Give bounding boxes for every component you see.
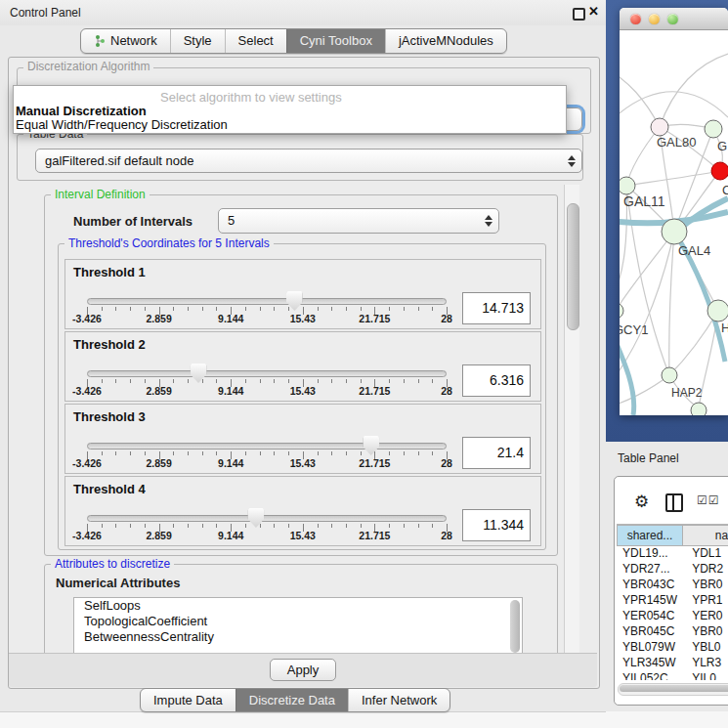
scale-label: 28 <box>441 457 452 469</box>
table-cell: YDR27... <box>617 561 686 577</box>
tick-mark <box>288 524 289 528</box>
column-header[interactable]: na <box>683 525 728 546</box>
tick-mark <box>130 379 131 383</box>
algorithm-option[interactable]: Manual Discretization <box>16 104 147 118</box>
attribute-item[interactable]: BetweennessCentrality <box>74 629 522 645</box>
algorithm-option[interactable]: Equal Width/Frequency Discretization <box>16 117 228 132</box>
table-row[interactable]: YIL052CYIL0 <box>617 670 728 680</box>
table-row[interactable]: YBL079WYBL0 <box>617 639 728 655</box>
table-row[interactable]: YBR045CYBR0 <box>617 623 728 639</box>
zoom-traffic-light[interactable] <box>667 14 678 24</box>
threshold-slider[interactable]: -3.4262.8599.14415.4321.71528 <box>87 365 447 399</box>
top-right-node[interactable] <box>705 120 722 138</box>
slider-thumb[interactable] <box>191 364 207 383</box>
tab-impute-data[interactable]: Impute Data <box>141 689 236 711</box>
tab-cyni-toolbox[interactable]: Cyni Toolbox <box>286 29 385 53</box>
slider-track[interactable] <box>87 370 447 377</box>
tick-mark <box>145 379 146 383</box>
table-cell: YDR2 <box>686 561 728 577</box>
threshold-value-field[interactable]: 21.4 <box>462 437 531 469</box>
minimize-traffic-light[interactable] <box>649 14 660 24</box>
slider-thumb[interactable] <box>247 508 264 528</box>
tab-select[interactable]: Select <box>225 29 286 53</box>
tab-jactivemnodules[interactable]: jActiveMNodules <box>385 29 506 53</box>
tick-mark <box>216 524 217 528</box>
tab-infer-network[interactable]: Infer Network <box>348 689 450 711</box>
combo-spinner-icon <box>484 214 493 228</box>
tick-mark <box>346 451 347 455</box>
attribute-item[interactable]: SelfLoops <box>74 598 522 614</box>
tick-mark <box>260 307 261 311</box>
table-row[interactable]: YBR043CYBR0 <box>617 577 728 592</box>
scrollbar-thumb[interactable] <box>567 203 579 330</box>
tick-mark <box>173 524 174 528</box>
scale-label: 15.43 <box>290 530 316 541</box>
threshold-value-field[interactable]: 6.316 <box>462 364 531 397</box>
table-data-combobox[interactable]: galFiltered.sif default node <box>35 149 582 173</box>
columns-icon[interactable] <box>665 493 683 512</box>
slider-track[interactable] <box>87 515 447 522</box>
numerical-attributes-list[interactable]: SelfLoopsTopologicalCoefficientBetweenne… <box>73 597 523 654</box>
table-hscrollbar[interactable] <box>618 683 728 696</box>
apply-button[interactable]: Apply <box>270 659 336 681</box>
checkboxes-icon[interactable]: ☑☑ <box>697 493 720 507</box>
scale-label: 2.859 <box>146 385 171 397</box>
apply-strip: Apply <box>9 653 597 687</box>
threshold-label: Threshold 3 <box>73 409 146 424</box>
scale-label: 15.43 <box>290 385 316 397</box>
settings-scrollbar[interactable] <box>564 185 579 654</box>
table-row[interactable]: YPR145WYPR1 <box>617 592 728 608</box>
list-scrollbar-thumb[interactable] <box>510 600 520 653</box>
tick-mark <box>346 524 347 528</box>
slider-track[interactable] <box>87 298 447 305</box>
threshold-value-field[interactable]: 11.344 <box>462 509 531 541</box>
tick-mark <box>202 307 203 311</box>
tick-mark <box>145 524 146 528</box>
gear-icon[interactable]: ⚙ <box>634 492 649 512</box>
scale-label: 28 <box>441 385 452 397</box>
tick-mark <box>404 451 405 455</box>
gcy1-node[interactable] <box>620 303 623 319</box>
threshold-slider[interactable]: -3.4262.8599.14415.4321.71528 <box>87 293 447 326</box>
right-mid-node[interactable] <box>707 300 728 321</box>
tab-style[interactable]: Style <box>170 29 225 53</box>
gal80-node[interactable] <box>651 118 668 136</box>
float-window-icon[interactable] <box>573 8 585 21</box>
table-data-group: Table Data galFiltered.sif default node <box>17 134 583 181</box>
tab-discretize-data[interactable]: Discretize Data <box>236 689 348 711</box>
network-canvas[interactable]: GAL80GCGAL11GAL4GCY1HHAP2 <box>620 29 728 415</box>
numerical-attributes-label: Numerical Attributes <box>56 576 180 590</box>
threshold-slider[interactable]: -3.4262.8599.14415.4321.71528 <box>87 510 447 543</box>
close-icon[interactable]: ✕ <box>588 4 599 19</box>
table-row[interactable]: YDR27...YDR2 <box>617 561 728 577</box>
table-row[interactable]: YLR345WYLR3 <box>617 655 728 670</box>
hap2-node[interactable] <box>662 367 677 383</box>
table-cell: YBL0 <box>686 639 728 655</box>
gal4-node[interactable] <box>662 219 687 244</box>
scale-label: -3.426 <box>72 313 102 324</box>
table-row[interactable]: YDL19...YDL1 <box>617 545 728 561</box>
tick-mark <box>389 379 390 383</box>
red-node[interactable] <box>711 162 728 180</box>
threshold-value-field[interactable]: 14.713 <box>462 292 531 324</box>
gal11-node[interactable] <box>620 177 635 194</box>
bottom-node[interactable] <box>691 403 707 415</box>
slider-thumb[interactable] <box>363 436 379 455</box>
table-cell: YBR043C <box>617 577 686 592</box>
threshold-slider[interactable]: -3.4262.8599.14415.4321.71528 <box>87 438 447 471</box>
table-row[interactable]: YER054CYER0 <box>617 608 728 623</box>
tick-mark <box>216 451 217 455</box>
tab-network[interactable]: Network <box>81 29 170 53</box>
tick-mark <box>173 379 174 383</box>
close-traffic-light[interactable] <box>630 14 641 24</box>
attribute-item[interactable]: TopologicalCoefficient <box>74 614 522 629</box>
cyni-toolbox-panel: Discretization Algorithm Table Data galF… <box>8 57 600 689</box>
column-header[interactable]: shared... <box>617 525 683 546</box>
tick-mark <box>102 379 103 383</box>
hscrollbar-thumb[interactable] <box>620 685 728 692</box>
slider-track[interactable] <box>87 443 447 450</box>
number-of-intervals-combobox[interactable]: 5 <box>218 208 499 234</box>
node-label: H <box>721 321 728 335</box>
tick-mark <box>418 307 419 311</box>
settings-scroll-area: Interval Definition Number of Intervals … <box>15 183 564 654</box>
